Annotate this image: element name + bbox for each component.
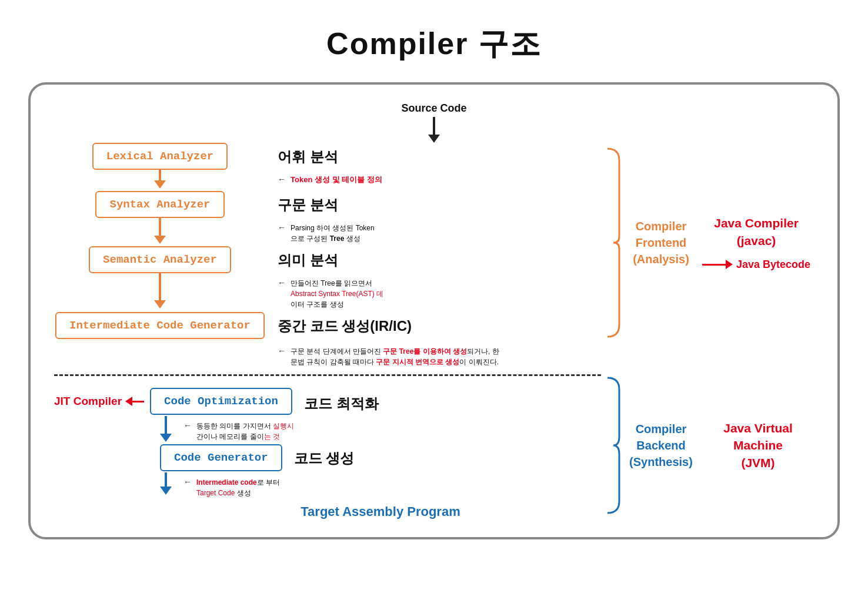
intermediate-row: Intermediate Code Generator 중간 코드 생성(IR/…	[54, 312, 601, 339]
dashed-separator	[54, 374, 601, 376]
optimization-label-col: 코드 최적화	[292, 390, 410, 413]
frontend-bracket-area	[605, 143, 622, 343]
page-title: Compiler 구조	[326, 24, 542, 65]
syntax-korean: 구문 분석	[278, 196, 383, 214]
lexical-korean: 어휘 분석	[278, 147, 383, 166]
optimization-box: Code Optimization	[150, 388, 292, 415]
java-bytecode-area: Java Bytecode	[702, 259, 810, 271]
intermediate-desc-line1: 구문 분석 단계에서 만들어진 구문 Tree를 이용하여 생성되거나, 한	[291, 347, 499, 355]
intermediate-desc-text: 구문 분석 단계에서 만들어진 구문 Tree를 이용하여 생성되거나, 한 문…	[291, 346, 499, 367]
generator-box-col: Code Generator	[160, 444, 282, 471]
java-compiler-area: Java Compiler (javac) Java Bytecode	[702, 143, 810, 343]
backend-section: JIT Compiler Code Optimization 코드 최적화	[54, 385, 601, 519]
semantic-row: Semantic Analyzer 의미 분석	[54, 246, 601, 273]
compiler-label-col: Compiler Frontend (Analysis) Compiler Ba…	[626, 143, 696, 519]
diagram-container: Source Code Lexical Analyzer 어휘 분석	[28, 82, 840, 539]
optimization-korean: 코드 최적화	[304, 394, 410, 413]
right-panels: Compiler Frontend (Analysis) Compiler Ba…	[601, 143, 814, 519]
lexical-desc-text: Token 생성 및 테이블 정의	[291, 175, 382, 185]
syntax-arrow-col	[54, 218, 266, 244]
semantic-desc-line1: 만들어진 Tree를 읽으면서	[291, 279, 372, 287]
optimization-desc-text: 동등한 의미를 가지면서 실행시 간이나 메모리를 줄이는 것	[196, 421, 294, 442]
generator-desc-line1: Intermediate code로 부터	[196, 478, 280, 487]
compiler-backend-label: Compiler Backend (Synthesis)	[629, 421, 693, 470]
generator-desc-row: ← Intermediate code로 부터 Target Code 생성	[54, 472, 601, 498]
semantic-analyzer-box: Semantic Analyzer	[89, 246, 231, 273]
generator-box: Code Generator	[160, 444, 282, 471]
syntax-analyzer-box: Syntax Analyzer	[95, 191, 224, 218]
jit-arrow	[125, 397, 144, 406]
target-assembly-label: Target Assembly Program	[301, 504, 460, 519]
semantic-desc-line3: 이터 구조를 생성	[291, 300, 344, 308]
semantic-korean: 의미 분석	[278, 251, 383, 270]
lexical-arrow-col	[54, 170, 266, 189]
backend-bracket-svg	[605, 372, 622, 519]
semantic-desc: ← 만들어진 Tree를 읽으면서 Abstract Syntax Tree(A…	[266, 273, 383, 310]
syntax-desc-line1: Parsing 하여 생성된 Token	[291, 224, 375, 232]
generator-desc: ← Intermediate code로 부터 Target Code 생성	[172, 472, 289, 498]
intermediate-desc: ← 구문 분석 단계에서 만들어진 구문 Tree를 이용하여 생성되거나, 한…	[266, 341, 499, 367]
optimization-desc-row: ← 동등한 의미를 가지면서 실행시 간이나 메모리를 줄이는 것	[54, 416, 601, 442]
semantic-arrow-col	[54, 273, 266, 308]
bracket-col	[601, 143, 626, 519]
frontend-label-area: Compiler Frontend (Analysis)	[633, 143, 689, 343]
syntax-desc-line2: 으로 구성된 Tree 생성	[291, 234, 360, 243]
lexical-label-col: 어휘 분석	[266, 143, 383, 166]
lexical-desc: ← Token 생성 및 테이블 정의	[266, 170, 383, 185]
generator-row: Code Generator 코드 생성	[54, 444, 601, 471]
generator-korean: 코드 생성	[294, 449, 400, 468]
jit-compiler-label: JIT Compiler	[54, 395, 122, 408]
generator-desc-line2: Target Code 생성	[196, 489, 251, 497]
syntax-desc: ← Parsing 하여 생성된 Token 으로 구성된 Tree 생성	[266, 218, 383, 244]
intermediate-desc-row: ← 구문 분석 단계에서 만들어진 구문 Tree를 이용하여 생성되거나, 한…	[54, 341, 601, 367]
lexical-analyzer-box: Lexical Analyzer	[92, 143, 228, 170]
lexical-desc-row: ← Token 생성 및 테이블 정의	[54, 170, 601, 189]
syntax-desc-row: ← Parsing 하여 생성된 Token 으로 구성된 Tree 생성	[54, 218, 601, 244]
semantic-desc-text: 만들어진 Tree를 읽으면서 Abstract Syntax Tree(AST…	[291, 278, 383, 310]
generator-label-col: 코드 생성	[282, 444, 400, 468]
java-bytecode-label: Java Bytecode	[736, 259, 810, 271]
jvm-area: Java Virtual Machine (JVM)	[702, 372, 814, 519]
optimization-desc-line1: 동등한 의미를 가지면서 실행시	[196, 422, 294, 430]
intermediate-label-col: 중간 코드 생성(IR/IC)	[266, 312, 412, 336]
intermediate-desc-line2: 문법 규칙이 감축될 때마다 구문 지시적 번역으로 생성이 이뤄진다.	[291, 358, 499, 366]
java-compiler-label: Java Compiler (javac)	[714, 214, 799, 249]
semantic-desc-line2: Abstract Syntax Tree(AST) 데	[291, 290, 383, 298]
generator-desc-text: Intermediate code로 부터 Target Code 생성	[196, 477, 280, 498]
source-code-label: Source Code	[401, 102, 466, 115]
generator-arrow-col	[160, 472, 172, 495]
frontend-bracket-svg	[605, 143, 622, 343]
optimization-desc: ← 동등한 의미를 가지면서 실행시 간이나 메모리를 줄이는 것	[172, 416, 294, 442]
intermediate-korean: 중간 코드 생성(IR/IC)	[278, 317, 412, 336]
java-label-col: Java Compiler (javac) Java Bytecode	[696, 143, 814, 519]
target-assembly-area: Target Assembly Program	[160, 502, 601, 519]
lexical-row: Lexical Analyzer 어휘 분석	[54, 143, 601, 170]
backend-label-area: Compiler Backend (Synthesis)	[629, 372, 693, 519]
main-content: Lexical Analyzer 어휘 분석 ← To	[54, 143, 814, 519]
java-compiler-section: Java Compiler (javac) Java Bytecode	[702, 214, 810, 271]
syntax-label-col: 구문 분석	[266, 191, 383, 214]
jit-area: JIT Compiler	[54, 395, 144, 408]
center-flow: Lexical Analyzer 어휘 분석 ← To	[54, 143, 601, 519]
semantic-label-col: 의미 분석	[266, 246, 383, 270]
semantic-desc-row: ← 만들어진 Tree를 읽으면서 Abstract Syntax Tree(A…	[54, 273, 601, 310]
optimization-box-col: Code Optimization	[150, 388, 292, 415]
intermediate-box-col: Intermediate Code Generator	[54, 312, 266, 339]
compiler-frontend-label: Compiler Frontend (Analysis)	[633, 218, 689, 267]
semantic-box-col: Semantic Analyzer	[54, 246, 266, 273]
jvm-label: Java Virtual Machine (JVM)	[702, 420, 814, 471]
backend-bracket-area	[605, 372, 622, 519]
syntax-desc-text: Parsing 하여 생성된 Token 으로 구성된 Tree 생성	[291, 223, 375, 244]
optimization-arrow-col	[160, 416, 172, 442]
syntax-row: Syntax Analyzer 구문 분석	[54, 191, 601, 218]
optimization-row: JIT Compiler Code Optimization 코드 최적화	[54, 388, 601, 415]
lexical-box-col: Lexical Analyzer	[54, 143, 266, 170]
optimization-desc-line2: 간이나 메모리를 줄이는 것	[196, 432, 280, 441]
bytecode-arrow	[702, 260, 733, 269]
syntax-box-col: Syntax Analyzer	[54, 191, 266, 218]
frontend-section: Lexical Analyzer 어휘 분석 ← To	[54, 143, 601, 367]
intermediate-box: Intermediate Code Generator	[55, 312, 265, 339]
